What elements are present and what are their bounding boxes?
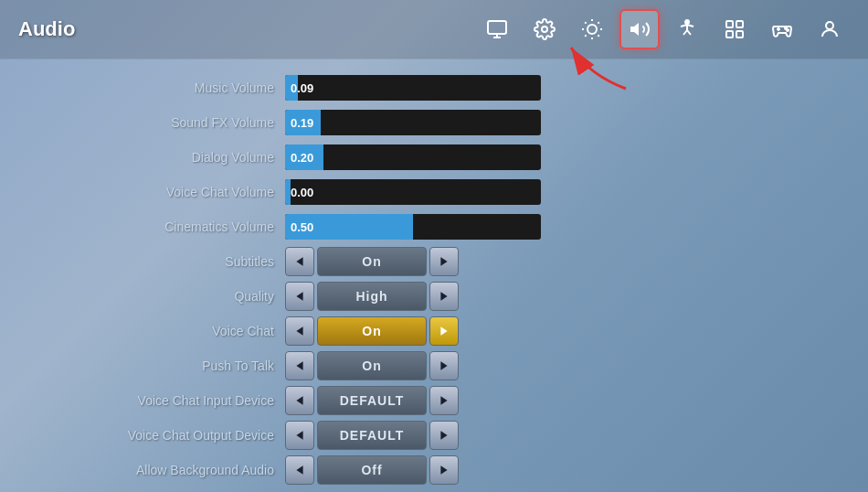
toggle-row: Voice Chat Output DeviceDEFAULT	[73, 421, 795, 450]
slider-label: Voice Chat Volume	[73, 185, 274, 199]
svg-marker-13	[630, 23, 639, 36]
toggle-value-btn[interactable]: DEFAULT	[317, 421, 427, 450]
toggle-label: Voice Chat	[73, 324, 274, 338]
toggle-left-btn[interactable]	[285, 421, 314, 450]
toggle-right-btn[interactable]	[429, 455, 459, 485]
svg-marker-28	[440, 326, 447, 336]
toggle-row: Voice Chat Input DeviceDEFAULT	[73, 386, 795, 415]
slider-track[interactable]: 0.20	[285, 144, 541, 170]
toggle-group: On	[285, 351, 459, 380]
svg-marker-32	[440, 396, 447, 405]
slider-value: 0.20	[291, 151, 313, 165]
toggle-group: DEFAULT	[285, 386, 459, 415]
toggle-right-btn[interactable]	[429, 316, 459, 346]
toggle-label: Push To Talk	[73, 358, 274, 373]
toggle-row: SubtitlesOn	[73, 247, 795, 276]
slider-row: Sound FX Volume0.19	[73, 108, 795, 137]
toggle-value-btn[interactable]: High	[317, 282, 427, 311]
svg-rect-15	[726, 21, 733, 27]
nav-account[interactable]	[810, 9, 850, 49]
svg-marker-23	[296, 257, 302, 266]
toggle-group: On	[285, 247, 459, 276]
svg-marker-27	[296, 326, 302, 336]
svg-marker-30	[440, 361, 447, 370]
toggle-right-btn[interactable]	[429, 247, 459, 276]
toggle-group: DEFAULT	[285, 421, 459, 450]
svg-marker-36	[440, 465, 447, 475]
toggle-label: Allow Background Audio	[73, 463, 274, 477]
toggle-group: High	[285, 282, 459, 311]
svg-rect-16	[736, 21, 743, 27]
nav-monitor[interactable]	[477, 9, 517, 49]
toggle-right-btn[interactable]	[429, 421, 459, 450]
svg-point-21	[826, 22, 833, 29]
slider-row: Music Volume0.09	[73, 73, 795, 102]
svg-marker-29	[296, 361, 302, 370]
nav-controller[interactable]	[762, 9, 802, 49]
toggle-group: On	[285, 316, 459, 346]
slider-label: Music Volume	[73, 80, 274, 95]
slider-value: 0.19	[291, 116, 313, 130]
svg-point-20	[787, 29, 789, 31]
toggle-value-btn[interactable]: On	[317, 351, 427, 380]
svg-marker-25	[296, 292, 302, 301]
svg-marker-35	[296, 465, 302, 475]
svg-line-11	[585, 35, 586, 36]
slider-track[interactable]: 0.09	[285, 75, 541, 101]
toggle-right-btn[interactable]	[429, 351, 459, 380]
toggle-settings: SubtitlesOnQualityHighVoice ChatOnPush T…	[73, 247, 795, 485]
slider-row: Voice Chat Volume0.00	[73, 177, 795, 207]
toggle-label: Voice Chat Input Device	[73, 393, 274, 408]
svg-marker-26	[440, 292, 447, 301]
header: Audio	[0, 0, 868, 59]
nav-bar	[477, 9, 850, 49]
toggle-row: Allow Background AudioOff	[73, 455, 795, 485]
toggle-value-btn[interactable]: DEFAULT	[317, 386, 427, 415]
svg-rect-0	[488, 21, 506, 34]
nav-network[interactable]	[715, 9, 755, 49]
slider-label: Cinematics Volume	[73, 219, 274, 234]
slider-value: 0.50	[291, 220, 313, 234]
slider-value: 0.09	[291, 81, 313, 95]
toggle-left-btn[interactable]	[285, 247, 314, 276]
toggle-row: QualityHigh	[73, 282, 795, 311]
toggle-label: Voice Chat Output Device	[73, 428, 274, 443]
slider-label: Dialog Volume	[73, 150, 274, 165]
toggle-right-btn[interactable]	[429, 282, 459, 311]
toggle-group: Off	[285, 455, 459, 485]
slider-row: Dialog Volume0.20	[73, 143, 795, 172]
page-title: Audio	[18, 17, 75, 41]
nav-audio[interactable]	[619, 9, 660, 49]
slider-track[interactable]: 0.19	[285, 110, 541, 135]
settings-content: Music Volume0.09Sound FX Volume0.19Dialo…	[0, 59, 868, 492]
toggle-left-btn[interactable]	[285, 351, 314, 380]
slider-label: Sound FX Volume	[73, 115, 274, 130]
svg-point-4	[587, 25, 597, 34]
slider-track[interactable]: 0.50	[285, 214, 541, 240]
svg-rect-18	[736, 31, 743, 37]
nav-accessibility[interactable]	[667, 9, 707, 49]
toggle-right-btn[interactable]	[429, 386, 459, 415]
svg-marker-24	[440, 257, 447, 266]
toggle-left-btn[interactable]	[285, 455, 314, 485]
svg-marker-34	[440, 431, 447, 440]
toggle-value-btn[interactable]: On	[317, 247, 427, 276]
toggle-value-btn[interactable]: Off	[317, 455, 427, 485]
svg-rect-17	[726, 31, 733, 37]
toggle-left-btn[interactable]	[285, 316, 314, 346]
slider-value: 0.00	[291, 186, 313, 199]
svg-marker-31	[296, 396, 302, 405]
nav-brightness[interactable]	[572, 9, 612, 49]
toggle-value-btn[interactable]: On	[317, 316, 427, 346]
slider-track[interactable]: 0.00	[285, 179, 541, 205]
toggle-left-btn[interactable]	[285, 386, 314, 415]
nav-settings[interactable]	[524, 9, 565, 49]
svg-line-12	[598, 22, 598, 23]
toggle-row: Push To TalkOn	[73, 351, 795, 380]
svg-point-3	[542, 27, 547, 32]
svg-line-8	[598, 35, 598, 36]
toggle-left-btn[interactable]	[285, 282, 314, 311]
slider-row: Cinematics Volume0.50	[73, 212, 795, 241]
slider-settings: Music Volume0.09Sound FX Volume0.19Dialo…	[73, 73, 795, 241]
toggle-label: Quality	[73, 289, 274, 304]
